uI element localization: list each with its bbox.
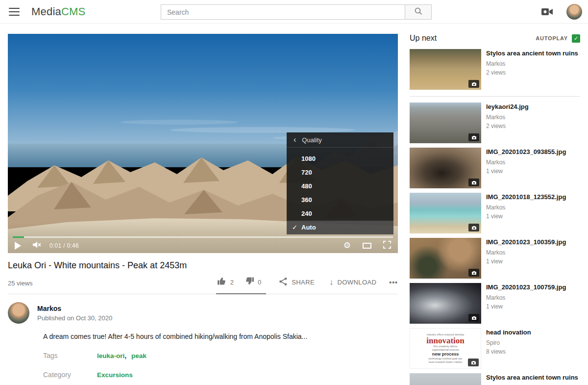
dislike-button[interactable]: 0 [245, 276, 261, 288]
search-input[interactable] [161, 4, 405, 20]
logo-media-text: Media [31, 5, 61, 18]
media-description: A dream comes true! After 4-5 hours of c… [43, 333, 398, 340]
thumbnail [410, 49, 481, 90]
item-views: 8 views [486, 348, 531, 355]
play-button[interactable] [15, 242, 21, 250]
list-item[interactable]: IMG_20201018_123552.jpg Markos 1 view [410, 193, 580, 233]
quality-option-1080[interactable]: 1080 [287, 152, 393, 166]
list-item[interactable]: IMG_20201023_100759.jpg Markos 1 view [410, 283, 580, 324]
up-next-sidebar: Up next AUTOPLAY ✓ Stylos area ancient t… [410, 34, 580, 385]
item-title: IMG_20201018_123552.jpg [486, 193, 566, 201]
list-item[interactable]: IMG_20201023_100359.jpg Markos 1 view [410, 238, 580, 279]
quality-options: 1080 720 480 360 240 ✓ Auto [287, 148, 393, 234]
upload-media-icon[interactable] [541, 7, 554, 17]
checkmark-icon: ✓ [574, 35, 578, 42]
item-author: Markos [486, 294, 566, 301]
share-label: SHARE [292, 279, 315, 286]
quality-option-auto[interactable]: ✓ Auto [287, 221, 393, 234]
thumbnail [410, 238, 481, 279]
item-info: Stylos area ancient town ruins [486, 373, 578, 385]
search-icon [414, 7, 423, 18]
list-item[interactable]: Stylos area ancient town ruins Markos 2 … [410, 49, 580, 90]
more-options-button[interactable]: ••• [389, 279, 398, 292]
category-link[interactable]: Excursions [97, 371, 133, 379]
page-content: 0:01 / 0:46 ⚙ ‹ Quality 1080 720 [0, 24, 588, 385]
autoplay-label: AUTOPLAY [536, 35, 568, 41]
list-item[interactable]: IMG_20201023_093855.jpg Markos 1 view [410, 148, 580, 188]
fullscreen-icon [383, 241, 391, 251]
cloud-text: level research better market [429, 360, 462, 364]
thumbs-down-icon [245, 276, 254, 288]
item-author: Markos [486, 159, 566, 166]
item-info: IMG_20201023_100759.jpg Markos 1 view [486, 283, 566, 324]
tag-link-peak[interactable]: peak [131, 352, 147, 359]
download-icon: ↓ [329, 278, 334, 287]
item-views: 1 view [486, 303, 566, 310]
author-name[interactable]: Markos [37, 305, 112, 312]
muted-volume-icon [32, 240, 42, 251]
media-column: 0:01 / 0:46 ⚙ ‹ Quality 1080 720 [8, 34, 398, 385]
item-info: IMG_20201023_093855.jpg Markos 1 view [486, 148, 566, 188]
item-title: head inovation [486, 329, 531, 336]
camera-badge [468, 179, 479, 186]
time-display: 0:01 / 0:46 [49, 242, 79, 249]
video-player[interactable]: 0:01 / 0:46 ⚙ ‹ Quality 1080 720 [8, 34, 398, 253]
thumbnail [410, 283, 481, 324]
settings-button[interactable]: ⚙ [343, 241, 351, 250]
download-button[interactable]: ↓ DOWNLOAD [329, 278, 376, 293]
quality-option-240[interactable]: 240 [287, 207, 393, 221]
item-author: Markos [486, 114, 529, 121]
quality-option-480[interactable]: 480 [287, 180, 393, 193]
item-author: Markos [486, 249, 566, 256]
top-navbar: MediaCMS [0, 0, 588, 24]
item-views: 1 view [486, 168, 566, 175]
like-button[interactable]: 2 [217, 276, 234, 288]
tag-link-leuka-ori[interactable]: leuka-ori [97, 352, 124, 359]
camera-badge [468, 359, 479, 366]
item-info: Stylos area ancient town ruins Markos 2 … [486, 49, 578, 90]
item-views: 2 views [486, 69, 578, 76]
tags-row: Tags leuka-ori, peak [43, 352, 398, 359]
autoplay-checkbox[interactable]: ✓ [572, 34, 580, 43]
tags-values: leuka-ori, peak [97, 352, 147, 359]
camera-badge [468, 314, 479, 322]
camera-badge [468, 224, 479, 231]
user-avatar[interactable] [566, 4, 582, 20]
mute-button[interactable] [32, 240, 42, 251]
published-date: Published on Oct 30, 2020 [37, 314, 112, 322]
more-icon: ••• [389, 279, 398, 286]
item-author: Markos [486, 60, 578, 67]
quality-option-720[interactable]: 720 [287, 166, 393, 180]
divider [410, 96, 580, 97]
item-title: IMG_20201023_093855.jpg [486, 148, 566, 156]
share-button[interactable]: SHARE [279, 277, 315, 293]
item-author: Markos [486, 204, 566, 211]
menu-icon[interactable] [9, 8, 20, 16]
quality-option-auto-label: Auto [301, 224, 316, 231]
quality-menu-back[interactable]: ‹ Quality [287, 132, 393, 148]
up-next-title: Up next [410, 34, 437, 43]
list-item[interactable]: Stylos area ancient town ruins [410, 373, 580, 385]
search-button[interactable] [405, 4, 432, 20]
logo[interactable]: MediaCMS [31, 5, 85, 18]
dislike-count: 0 [258, 279, 261, 286]
autoplay-control: AUTOPLAY ✓ [536, 34, 580, 43]
search-bar [161, 4, 432, 20]
fullscreen-button[interactable] [383, 241, 391, 251]
author-avatar[interactable] [8, 302, 29, 324]
chevron-left-icon: ‹ [294, 135, 296, 144]
quality-option-360[interactable]: 360 [287, 193, 393, 207]
theater-mode-button[interactable] [351, 243, 371, 249]
theater-mode-icon [363, 243, 371, 249]
cloud-text: organizational sources [432, 348, 459, 352]
header-actions [541, 4, 582, 20]
item-info: IMG_20201023_100359.jpg Markos 1 view [486, 238, 566, 279]
category-label: Category [43, 371, 97, 379]
item-author: Spiro [486, 339, 531, 346]
item-title: IMG_20201023_100759.jpg [486, 283, 566, 291]
like-count: 2 [230, 279, 234, 286]
tag-separator: , [124, 352, 126, 359]
list-item[interactable]: industry effect reduced develop innovati… [410, 328, 580, 369]
item-info: leykaori24.jpg Markos 2 views [486, 103, 529, 143]
list-item[interactable]: leykaori24.jpg Markos 2 views [410, 103, 580, 143]
